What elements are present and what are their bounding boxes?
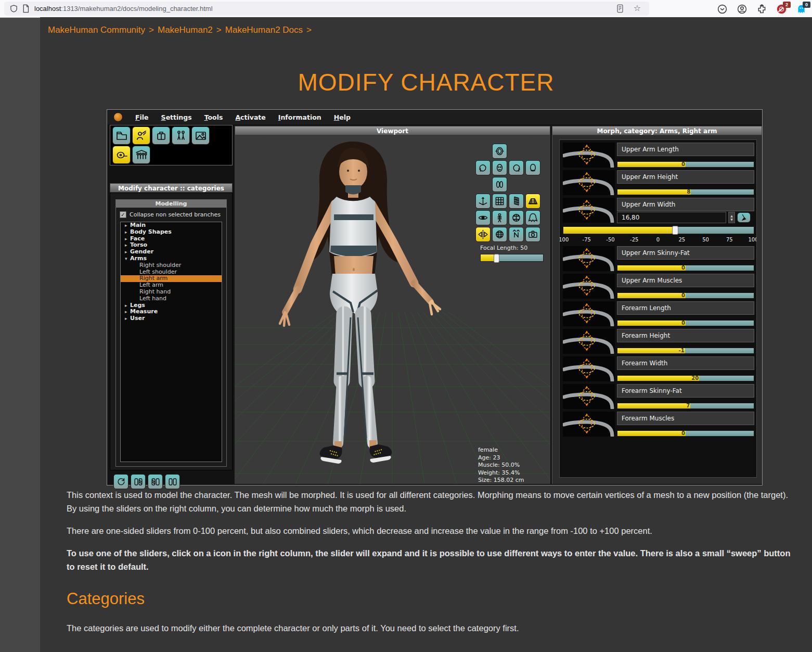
expanded-slider-track[interactable] — [563, 226, 754, 234]
model-info-line: Weight: 35.4% — [478, 469, 524, 477]
slider-thumbnail-icon[interactable] — [563, 170, 615, 195]
breadcrumb-link[interactable]: MakeHuman Community — [48, 25, 145, 35]
viewport-3d[interactable]: Focal Length: 50 femaleAge: 23Muscle: 50… — [235, 135, 550, 484]
focal-slider-handle[interactable] — [494, 254, 499, 263]
spinner-down-icon[interactable]: ▼ — [730, 218, 733, 221]
menu-file[interactable]: File — [135, 113, 149, 121]
symmetry-view-icon[interactable] — [475, 227, 491, 242]
slider-thumbnail-icon[interactable] — [563, 198, 615, 223]
slider-bar[interactable]: 20 — [617, 375, 754, 381]
clothes-icon[interactable] — [152, 126, 170, 145]
slider-thumbnail-icon[interactable] — [563, 384, 615, 409]
globe-view-icon[interactable] — [492, 227, 507, 242]
symmetry-toolbar — [113, 474, 180, 489]
extensions-puzzle-icon[interactable] — [756, 4, 767, 15]
files-icon[interactable] — [112, 126, 131, 145]
tree-item-label: Main — [130, 222, 146, 228]
collapse-checkbox-row[interactable]: ✓ Collapse non selected branches — [120, 211, 221, 218]
eye-view-icon[interactable] — [475, 210, 491, 225]
slider-bar[interactable]: 0 — [617, 320, 754, 326]
page-info-icon[interactable] — [22, 4, 30, 13]
slider-thumbnail-icon[interactable] — [563, 246, 615, 271]
sym-left-icon[interactable] — [148, 474, 163, 489]
pocket-icon[interactable] — [717, 4, 728, 15]
slider-bar[interactable]: 8 — [617, 189, 754, 195]
tree-item[interactable]: Right arm — [121, 275, 222, 282]
ghostery-icon[interactable]: 0 — [796, 4, 807, 15]
checkbox-checked-icon[interactable]: ✓ — [120, 211, 126, 218]
head-front-view-icon[interactable] — [492, 160, 507, 175]
page-content: MakeHuman Community>MakeHuman2>MakeHuman… — [40, 17, 812, 652]
menu-help[interactable]: Help — [334, 113, 351, 121]
character-model — [252, 135, 455, 479]
expanded-slider-fill — [563, 227, 675, 234]
slider-bar[interactable]: 0 — [617, 265, 754, 271]
url-text[interactable]: localhost:1313/makehuman2/docs/modeling_… — [34, 5, 213, 12]
focal-length-slider[interactable] — [480, 254, 544, 262]
wireframe-view-icon[interactable] — [509, 210, 524, 225]
slider-thumbnail-icon[interactable] — [563, 274, 615, 299]
tree-item[interactable]: Left arm — [121, 282, 222, 289]
tree-item[interactable]: ▸User — [121, 315, 222, 322]
makehuman-logo-icon[interactable] — [113, 112, 123, 122]
slider-thumbnail-icon[interactable] — [563, 356, 615, 381]
slider-thumbnail-icon[interactable] — [563, 143, 615, 168]
sym-both-icon[interactable] — [165, 474, 180, 489]
expanded-slider-handle[interactable] — [672, 226, 678, 235]
head-left-view-icon[interactable] — [475, 160, 491, 175]
spinner-up-icon[interactable]: ▲ — [730, 214, 733, 218]
shield-icon[interactable] — [9, 4, 18, 13]
modelling-icon[interactable] — [132, 126, 150, 145]
bookmark-star-icon[interactable]: ☆ — [634, 3, 641, 13]
spinner-stepper[interactable]: ▲▼ — [728, 212, 735, 223]
slider-label: Forearm Skinny-Fat — [617, 384, 754, 398]
ghost-view-icon[interactable] — [525, 210, 540, 225]
slider-label: Forearm Muscles — [617, 412, 754, 425]
content-blocker-icon[interactable]: 2 — [776, 4, 787, 15]
slider-bar[interactable]: 0 — [617, 161, 754, 168]
tree-item[interactable]: Left shoulder — [121, 269, 222, 276]
breadcrumb-link[interactable]: MakeHuman2 Docs — [225, 25, 303, 35]
chevron-right-icon: ▸ — [125, 236, 130, 242]
url-bar[interactable]: localhost:1313/makehuman2/docs/modeling_… — [4, 2, 649, 16]
grid-persp-view-icon[interactable] — [509, 194, 524, 209]
render-icon[interactable] — [191, 126, 210, 145]
grid-floor-view-icon[interactable] — [525, 194, 540, 209]
head-right-view-icon[interactable] — [509, 160, 524, 175]
reader-mode-icon[interactable] — [616, 4, 624, 13]
head-top-view-icon[interactable] — [492, 144, 507, 159]
feet-view-icon[interactable] — [492, 177, 507, 192]
slider-value-input[interactable]: 16,80 — [617, 212, 726, 223]
crowd-icon[interactable] — [132, 146, 150, 164]
slider-bar[interactable]: 0 — [617, 430, 754, 437]
tree-item-label: Arms — [130, 255, 147, 262]
sweep-reset-button[interactable] — [737, 212, 751, 223]
categories-panel: Modelling ✓ Collapse non selected branch… — [110, 193, 233, 470]
normals-view-icon[interactable] — [509, 227, 524, 242]
menu-activate[interactable]: Activate — [235, 113, 265, 121]
breadcrumb-link[interactable]: MakeHuman2 — [158, 25, 213, 35]
head-back-view-icon[interactable] — [525, 160, 540, 175]
tree-item[interactable]: Right hand — [121, 289, 222, 296]
slider-thumbnail-icon[interactable] — [563, 412, 615, 437]
grid-view-icon[interactable] — [492, 194, 507, 209]
slider-thumbnail-icon[interactable] — [563, 301, 615, 326]
slider-thumbnail-icon[interactable] — [563, 329, 615, 354]
slider-bar[interactable]: -1 — [617, 348, 754, 354]
account-icon[interactable] — [737, 4, 747, 15]
pose-icon[interactable] — [172, 126, 190, 145]
paragraph: There are one-sided sliders from 0-100 p… — [67, 524, 797, 538]
morph-slider-list: Upper Arm Length0Upper Arm Height8Upper … — [559, 139, 757, 478]
slider-bar[interactable]: 0 — [617, 292, 754, 299]
slider-bar[interactable]: 7 — [617, 403, 754, 409]
menu-tools[interactable]: Tools — [204, 113, 223, 121]
menu-settings[interactable]: Settings — [161, 113, 192, 121]
tree-item-label: Left shoulder — [139, 269, 177, 275]
camera-view-icon[interactable] — [525, 227, 540, 242]
measure-icon[interactable] — [112, 146, 131, 164]
menu-information[interactable]: Information — [278, 113, 321, 121]
sync-icon[interactable] — [113, 474, 128, 489]
skeleton-view-icon[interactable] — [492, 210, 507, 225]
axes-view-icon[interactable] — [475, 194, 491, 209]
sym-right-icon[interactable] — [131, 474, 146, 489]
